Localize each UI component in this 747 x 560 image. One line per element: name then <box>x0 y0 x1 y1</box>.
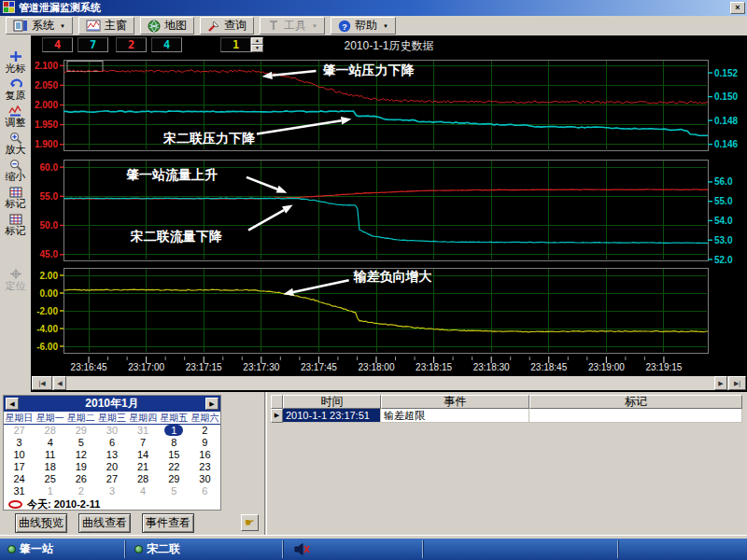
calendar-week-4: 24252627282930 <box>4 473 220 485</box>
calendar-day[interactable]: 25 <box>35 473 65 485</box>
toolbar-button-query[interactable]: 查询 <box>200 17 254 35</box>
day-number: 7 <box>140 437 146 448</box>
table-header-2[interactable]: 标记 <box>529 395 742 409</box>
calendar-day[interactable]: 24 <box>4 473 35 485</box>
calendar-week-1: 3456789 <box>4 437 220 449</box>
calendar-day[interactable]: 5 <box>65 437 96 449</box>
calendar-day[interactable]: 12 <box>65 449 96 461</box>
calendar-day[interactable]: 27 <box>96 473 127 485</box>
calendar-day[interactable]: 7 <box>128 437 159 449</box>
calendar-day[interactable]: 8 <box>159 437 190 449</box>
calendar-week-2: 10111213141516 <box>4 449 220 461</box>
station-label: 宋二联 <box>147 541 180 557</box>
calendar-day[interactable]: 27 <box>4 425 35 437</box>
tool-label-zoom-in: 放大 <box>6 144 26 156</box>
station-status-icon <box>134 545 143 553</box>
calendar-next-button[interactable]: ▶ <box>205 398 218 410</box>
calendar-day[interactable]: 29 <box>159 473 190 485</box>
calendar-day[interactable]: 16 <box>190 449 220 461</box>
calendar-day[interactable]: 29 <box>65 425 96 437</box>
mute-speaker-icon[interactable] <box>294 542 310 559</box>
tool-mark-2[interactable]: 标记 <box>6 213 26 237</box>
tool-label-cursor: 光标 <box>6 63 26 75</box>
calendar-today-row: 今天: 2010-2-11 <box>4 497 220 511</box>
weekday-6: 星期六 <box>190 412 220 424</box>
calendar-day[interactable]: 3 <box>4 437 35 449</box>
status-divider <box>422 540 423 558</box>
scroll-right-button[interactable]: ▶ <box>714 376 727 390</box>
toolbar-button-map[interactable]: 地图 <box>140 17 194 35</box>
calendar-day[interactable]: 21 <box>128 461 159 473</box>
zoom-out-icon <box>9 159 22 171</box>
calendar-day[interactable]: 30 <box>190 473 220 485</box>
calendar-day[interactable]: 3 <box>96 485 127 497</box>
charts-canvas: 2.1002.0502.0001.9501.9000.1520.1500.148… <box>31 35 747 375</box>
calendar-day[interactable]: 31 <box>4 485 35 497</box>
event-view-button[interactable]: 事件查看 <box>142 513 194 533</box>
calendar-day[interactable]: 31 <box>128 425 159 437</box>
toolbar-button-help[interactable]: ?帮助▼ <box>331 17 396 35</box>
curve-view-button[interactable]: 曲线查看 <box>78 513 131 533</box>
mark-icon <box>9 186 22 198</box>
calendar-day[interactable]: 18 <box>35 461 65 473</box>
cell-time: 2010-1-1 23:17:51 <box>283 409 381 423</box>
calendar-day[interactable]: 14 <box>128 449 159 461</box>
cell-mark <box>529 409 742 423</box>
toolbar-button-main-window[interactable]: 主窗 <box>78 17 134 35</box>
calendar-day[interactable]: 23 <box>190 461 220 473</box>
calendar-day[interactable]: 30 <box>96 425 127 437</box>
hand-pointer-button[interactable]: ☛ <box>241 514 259 531</box>
calendar-day[interactable]: 17 <box>4 461 35 473</box>
scroll-left-button[interactable]: ◀ <box>53 376 66 390</box>
calendar-day[interactable]: 20 <box>96 461 127 473</box>
tool-mark-1[interactable]: 标记 <box>6 186 26 210</box>
day-number: 15 <box>168 449 179 460</box>
calendar-day[interactable]: 4 <box>35 437 65 449</box>
calendar-day[interactable]: 2 <box>65 485 96 497</box>
tool-zoom-out[interactable]: 缩小 <box>6 159 26 183</box>
close-button[interactable]: × <box>730 2 745 14</box>
day-number: 6 <box>109 437 115 448</box>
hand-icon: ☛ <box>245 516 255 529</box>
calendar-day[interactable]: 6 <box>190 485 220 497</box>
titlebar[interactable]: 管道泄漏监测系统 × <box>0 0 747 16</box>
scroll-start-button[interactable]: |◀ <box>32 376 52 390</box>
table-row[interactable]: ▶2010-1-1 23:17:51输差超限 <box>271 409 742 423</box>
calendar-day[interactable]: 11 <box>35 449 65 461</box>
tool-cursor[interactable]: 光标 <box>6 50 26 75</box>
day-number: 19 <box>76 461 87 472</box>
calendar-day[interactable]: 9 <box>190 437 220 449</box>
calendar-day[interactable]: 15 <box>159 449 190 461</box>
calendar-day[interactable]: 10 <box>4 449 35 461</box>
calendar-day[interactable]: 5 <box>159 485 190 497</box>
calendar-day-selected[interactable]: 1 <box>159 425 190 437</box>
scrollbar-track[interactable] <box>32 376 734 390</box>
scroll-end-button[interactable]: ▶| <box>728 376 746 390</box>
calendar-day[interactable]: 1 <box>35 485 65 497</box>
tool-locate[interactable]: 定位 <box>6 268 26 292</box>
calendar-day[interactable]: 13 <box>96 449 127 461</box>
cell-event: 输差超限 <box>381 409 529 423</box>
curve-preview-button[interactable]: 曲线预览 <box>15 513 67 533</box>
calendar-day[interactable]: 28 <box>35 425 65 437</box>
table-header-1[interactable]: 事件 <box>381 395 529 409</box>
calendar-day[interactable]: 26 <box>65 473 96 485</box>
calendar-week-5: 31123456 <box>4 485 220 497</box>
calendar-day[interactable]: 6 <box>96 437 127 449</box>
calendar-day[interactable]: 19 <box>65 461 96 473</box>
toolbar-button-tools[interactable]: 工具▼ <box>260 17 325 35</box>
status-divider <box>617 540 618 558</box>
tool-zoom-in[interactable]: 放大 <box>6 132 26 156</box>
calendar-day[interactable]: 2 <box>190 425 220 437</box>
calendar-day[interactable]: 4 <box>128 485 159 497</box>
tool-restore[interactable]: 复原 <box>6 77 26 102</box>
panel-splitter[interactable] <box>264 392 267 535</box>
table-header-0[interactable]: 时间 <box>283 395 381 409</box>
calendar-day[interactable]: 22 <box>159 461 190 473</box>
calendar-day[interactable]: 28 <box>128 473 159 485</box>
calendar-month-label: 2010年1月 <box>85 397 138 410</box>
main-window-icon <box>86 20 101 32</box>
calendar-prev-button[interactable]: ◀ <box>6 398 19 410</box>
toolbar-button-system[interactable]: 系统▼ <box>6 17 73 35</box>
tool-adjust[interactable]: 调整 <box>6 105 26 129</box>
